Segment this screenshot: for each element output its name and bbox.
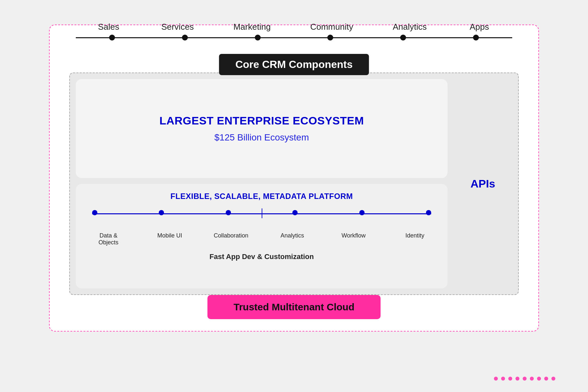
nav-dot-services [182, 35, 188, 41]
ecosystem-card: LARGEST ENTERPRISE ECOSYSTEM $125 Billio… [76, 79, 448, 178]
pink-dot-6 [530, 377, 534, 381]
platform-dot-3 [292, 210, 298, 215]
platform-dot-1 [159, 210, 164, 215]
pink-dot-8 [544, 377, 548, 381]
page-wrapper: Sales Services Marketing Community Analy… [33, 24, 555, 368]
platform-dots [92, 210, 431, 215]
decorative-dots [494, 377, 555, 381]
top-navigation: Sales Services Marketing Community Analy… [50, 22, 538, 43]
pink-dot-3 [508, 377, 512, 381]
apis-label: APIs [470, 177, 495, 190]
apis-panel: APIs [453, 79, 512, 288]
platform-labels-row: Data & Objects Mobile UI Collaboration A… [86, 232, 438, 246]
pink-dot-5 [523, 377, 527, 381]
pink-dot-2 [501, 377, 505, 381]
nav-item-apps: Apps [466, 22, 492, 32]
platform-label-collab: Collaboration [211, 232, 251, 246]
nav-item-services: Services [161, 22, 194, 32]
platform-label-mobile: Mobile UI [150, 232, 189, 246]
nav-item-analytics: Analytics [393, 22, 427, 32]
pink-dot-4 [515, 377, 519, 381]
core-crm-title: Core CRM Components [219, 54, 369, 75]
platform-dot-0 [92, 210, 97, 215]
platform-label-workflow: Workflow [334, 232, 373, 246]
left-content-area: LARGEST ENTERPRISE ECOSYSTEM $125 Billio… [76, 79, 448, 288]
nav-dot-apps [473, 35, 479, 41]
pink-dot-7 [537, 377, 541, 381]
pink-dot-9 [551, 377, 555, 381]
platform-label-analytics: Analytics [273, 232, 312, 246]
pink-dot-1 [494, 377, 498, 381]
nav-dot-analytics [400, 35, 406, 41]
inner-container: LARGEST ENTERPRISE ECOSYSTEM $125 Billio… [69, 73, 519, 295]
platform-label-data: Data & Objects [89, 232, 128, 246]
ecosystem-title: LARGEST ENTERPRISE ECOSYSTEM [159, 114, 364, 127]
fast-app-label: Fast App Dev & Customization [209, 253, 314, 261]
nav-dot-marketing [255, 35, 261, 41]
platform-card: FLEXIBLE, SCALABLE, METADATA PLATFORM [76, 184, 448, 288]
nav-item-sales: Sales [96, 22, 122, 32]
outer-container: Sales Services Marketing Community Analy… [49, 24, 539, 332]
platform-dot-2 [226, 210, 231, 215]
nav-item-community: Community [310, 22, 353, 32]
platform-timeline [86, 207, 438, 226]
ecosystem-subtitle: $125 Billion Ecosystem [214, 132, 309, 143]
platform-dot-5 [426, 210, 431, 215]
trusted-cloud-button[interactable]: Trusted Multitenant Cloud [207, 295, 381, 319]
nav-item-marketing: Marketing [233, 22, 270, 32]
nav-dot-community [327, 35, 333, 41]
nav-dots-row [76, 33, 512, 41]
platform-title: FLEXIBLE, SCALABLE, METADATA PLATFORM [171, 192, 353, 201]
platform-label-identity: Identity [395, 232, 434, 246]
platform-dot-4 [359, 210, 365, 215]
nav-dot-sales [109, 35, 115, 41]
nav-timeline [76, 33, 512, 43]
nav-labels-row: Sales Services Marketing Community Analy… [50, 22, 538, 32]
